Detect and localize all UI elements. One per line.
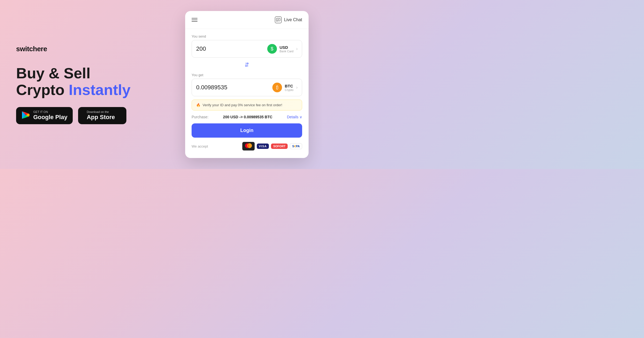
send-field[interactable]: 200 $ USD Bank Card › bbox=[192, 40, 302, 58]
fire-icon: 🔥 bbox=[196, 103, 200, 107]
headline-line2: Crypto Instantly bbox=[16, 82, 172, 98]
headline: Buy & Sell Crypto Instantly bbox=[16, 65, 172, 98]
get-chevron-icon: › bbox=[296, 85, 298, 90]
headline-line1: Buy & Sell bbox=[16, 65, 172, 82]
google-play-text: GET IT ON Google Play bbox=[33, 110, 67, 121]
send-currency-info: USD Bank Card bbox=[280, 45, 294, 53]
sofort-badge: SOFORT bbox=[271, 144, 288, 149]
svg-rect-4 bbox=[276, 18, 280, 21]
app-buttons: GET IT ON Google Play Download on the Ap… bbox=[16, 107, 172, 124]
details-button[interactable]: Details ∨ bbox=[287, 115, 302, 119]
we-accept-row: We accept VISA SOFORT S€PA bbox=[192, 141, 302, 153]
you-send-section: You send 200 $ USD Bank Card › bbox=[192, 34, 302, 58]
logo: switchere bbox=[16, 45, 172, 53]
widget-card: Live Chat You send 200 $ USD Bank Card › bbox=[185, 11, 309, 158]
send-currency-selector[interactable]: $ USD Bank Card › bbox=[267, 44, 298, 54]
usd-icon: $ bbox=[267, 44, 277, 54]
send-currency-sub: Bank Card bbox=[280, 50, 294, 53]
promo-text: Verify your ID and pay 0% service fee on… bbox=[203, 103, 282, 107]
purchase-value: 200 USD -> 0.00989535 BTC bbox=[223, 115, 272, 119]
app-store-text: Download on the App Store bbox=[87, 110, 115, 121]
chat-icon bbox=[275, 16, 282, 23]
login-button[interactable]: Login bbox=[192, 123, 302, 138]
app-store-large: App Store bbox=[87, 114, 115, 121]
live-chat-button[interactable]: Live Chat bbox=[275, 16, 302, 23]
get-currency-info: BTC Crypto bbox=[285, 84, 293, 91]
send-currency-code: USD bbox=[280, 45, 294, 50]
login-label: Login bbox=[240, 128, 254, 133]
get-field[interactable]: 0.00989535 ₿ BTC Crypto › bbox=[192, 79, 302, 96]
get-amount: 0.00989535 bbox=[196, 84, 227, 91]
details-label: Details bbox=[287, 115, 298, 119]
google-play-large: Google Play bbox=[33, 114, 67, 121]
sepa-badge: S€PA bbox=[290, 143, 302, 149]
get-currency-sub: Crypto bbox=[285, 88, 293, 91]
google-play-small: GET IT ON bbox=[33, 110, 67, 114]
btc-icon: ₿ bbox=[272, 83, 282, 92]
widget-header: Live Chat bbox=[185, 11, 309, 29]
you-send-label: You send bbox=[192, 34, 302, 38]
google-play-icon bbox=[21, 111, 30, 121]
headline-crypto: Crypto bbox=[16, 81, 64, 98]
google-play-button[interactable]: GET IT ON Google Play bbox=[16, 107, 73, 124]
get-currency-selector[interactable]: ₿ BTC Crypto › bbox=[272, 83, 298, 92]
left-section: switchere Buy & Sell Crypto Instantly bbox=[0, 34, 182, 135]
widget-body: You send 200 $ USD Bank Card › bbox=[185, 29, 309, 158]
purchase-row: Purchase: 200 USD -> 0.00989535 BTC Deta… bbox=[192, 114, 302, 120]
right-section: Live Chat You send 200 $ USD Bank Card › bbox=[182, 11, 311, 158]
visa-badge: VISA bbox=[257, 144, 269, 149]
purchase-label: Purchase: bbox=[192, 115, 208, 119]
you-get-label: You get bbox=[192, 73, 302, 77]
headline-instantly: Instantly bbox=[69, 81, 130, 98]
details-chevron-icon: ∨ bbox=[299, 115, 302, 119]
live-chat-label: Live Chat bbox=[284, 17, 302, 22]
send-amount: 200 bbox=[196, 45, 206, 52]
promo-banner: 🔥 Verify your ID and pay 0% service fee … bbox=[192, 100, 302, 111]
payment-icons: VISA SOFORT S€PA bbox=[242, 142, 302, 150]
you-get-section: You get 0.00989535 ₿ BTC Crypto › bbox=[192, 73, 302, 96]
mastercard-badge bbox=[242, 142, 255, 150]
get-currency-code: BTC bbox=[285, 84, 293, 88]
send-chevron-icon: › bbox=[296, 46, 298, 51]
swap-button[interactable] bbox=[192, 61, 302, 70]
we-accept-label: We accept bbox=[192, 144, 208, 148]
app-store-button[interactable]: Download on the App Store bbox=[78, 107, 126, 124]
hamburger-menu[interactable] bbox=[192, 18, 197, 22]
app-store-small: Download on the bbox=[87, 110, 115, 114]
